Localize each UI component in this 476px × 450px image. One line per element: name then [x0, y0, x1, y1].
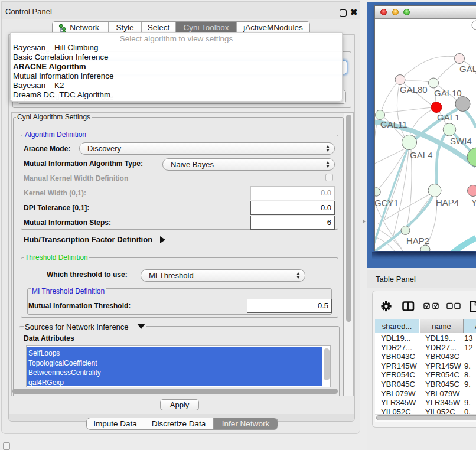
svg-text:GAL11: GAL11	[380, 119, 407, 129]
svg-text:GAL7: GAL7	[459, 64, 476, 74]
svg-text:GAL80: GAL80	[400, 84, 428, 94]
svg-text:GAL10: GAL10	[434, 88, 462, 98]
svg-text:SWI4: SWI4	[450, 136, 472, 146]
svg-text:YM: YM	[471, 197, 476, 207]
svg-text:GAL4: GAL4	[410, 150, 432, 160]
svg-text:HAP4: HAP4	[436, 197, 459, 207]
svg-text:GCY1: GCY1	[375, 198, 399, 208]
svg-text:HAP2: HAP2	[406, 236, 429, 246]
svg-text:GAL1: GAL1	[437, 112, 459, 122]
